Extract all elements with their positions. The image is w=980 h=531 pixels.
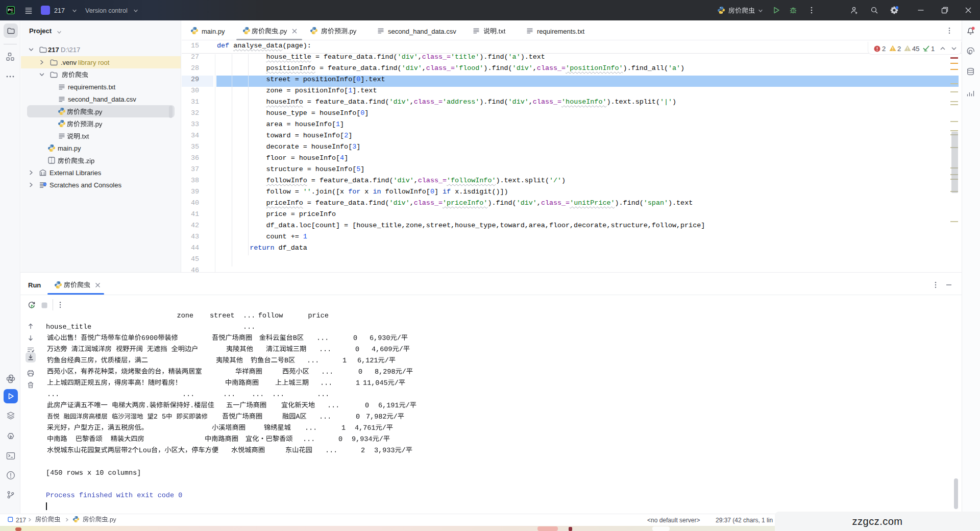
svg-text:PC: PC	[8, 8, 14, 12]
